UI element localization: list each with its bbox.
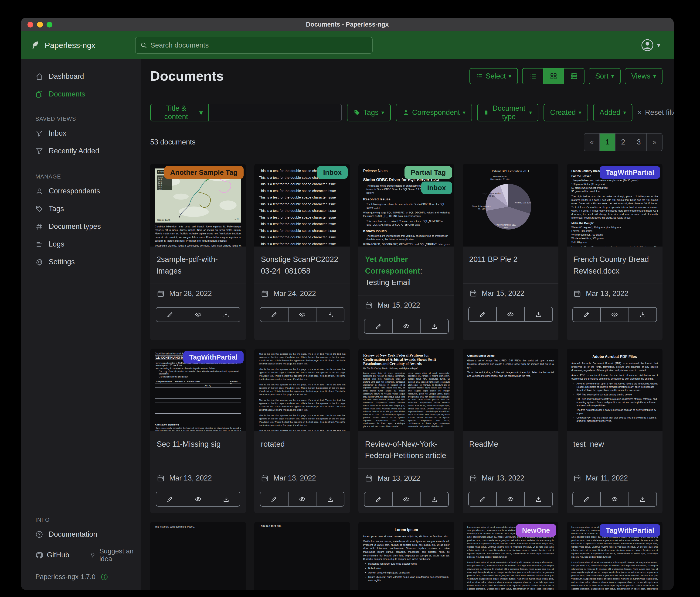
close-window-button[interactable] (27, 22, 33, 27)
document-thumbnail[interactable]: Contact Sheet DemoGiven a set of image f… (463, 349, 558, 431)
document-thumbnail[interactable]: Adobe Acrobat PDF FilesAdobe® Portable D… (567, 349, 662, 431)
download-button[interactable] (525, 307, 553, 322)
reset-filters-button[interactable]: × Reset filters (638, 109, 674, 117)
download-button[interactable] (212, 492, 240, 507)
sidebar-item-document-types[interactable]: Document types (21, 218, 141, 235)
download-button[interactable] (421, 319, 449, 334)
download-button[interactable] (629, 492, 657, 507)
brand[interactable]: Paperless-ngx (30, 40, 130, 50)
document-card[interactable]: This is the text that appears on the fir… (254, 349, 350, 514)
sidebar-item-suggest-idea[interactable]: Suggest an idea (90, 547, 134, 563)
document-card[interactable]: Lorem ipsum dolor sit amet, consectetur … (567, 522, 662, 590)
tag-badge[interactable]: Another Sample Tag (164, 166, 244, 179)
edit-button[interactable] (364, 319, 392, 334)
search-input[interactable] (150, 41, 368, 49)
sidebar-item-dashboard[interactable]: Dashboard (21, 68, 141, 85)
document-thumbnail[interactable]: This is a test file. (254, 522, 350, 590)
view-button[interactable] (184, 492, 212, 507)
document-title[interactable]: ReadMe (463, 431, 558, 468)
document-title[interactable]: 2sample-pdf-with-images (150, 246, 246, 284)
download-button[interactable] (317, 492, 344, 507)
view-button[interactable] (393, 319, 421, 334)
document-title[interactable]: Sec 11-Missing sig (150, 431, 246, 468)
tag-badge[interactable]: TagWithPartial (183, 351, 244, 363)
filter-document-type-button[interactable]: Document type▾ (477, 104, 539, 121)
document-title[interactable]: 2011 BP Pie 2 (463, 246, 558, 283)
document-card[interactable]: Patient BP Distribution 2011Normal, 150,… (463, 164, 558, 340)
document-thumbnail[interactable]: Patient BP Distribution 2011Normal, 150,… (463, 164, 558, 246)
sidebar-item-documents[interactable]: Documents (21, 85, 141, 103)
minimize-window-button[interactable] (37, 22, 43, 27)
view-button[interactable] (497, 492, 525, 507)
document-thumbnail[interactable]: Lorem ipsum dolor sit amet, consectetur … (463, 522, 558, 590)
document-card[interactable]: Adobe Acrobat PDF FilesAdobe® Portable D… (567, 349, 662, 514)
document-title[interactable]: French Country Bread Revised.docx (567, 246, 662, 284)
edit-button[interactable] (572, 492, 601, 507)
document-card[interactable]: Lorem ipsumLorem ipsum dolor sit amet, c… (358, 522, 454, 590)
pagination-page-1[interactable]: 1 (599, 134, 615, 151)
user-menu[interactable]: ▾ (641, 39, 660, 52)
view-mode-list[interactable] (523, 69, 543, 84)
global-search[interactable] (135, 37, 373, 54)
view-mode-cards[interactable] (564, 69, 584, 84)
sidebar-item-documentation[interactable]: Documentation (21, 525, 141, 543)
document-thumbnail[interactable]: This is a multi page document. Page 1. (150, 522, 246, 590)
sidebar-item-settings[interactable]: Settings (21, 253, 141, 271)
document-card[interactable]: Boundary Waters TripLegendDay 1Day 2Day … (150, 164, 246, 340)
sidebar-item-tags[interactable]: Tags (21, 200, 141, 218)
edit-button[interactable] (156, 307, 184, 322)
document-card[interactable]: This is a test file.simple txt file (254, 522, 350, 590)
filter-text-input[interactable] (209, 104, 342, 121)
edit-button[interactable] (468, 492, 497, 507)
document-thumbnail[interactable]: Lorem ipsum dolor sit amet, consectetur … (567, 522, 662, 590)
filter-added-button[interactable]: Added▾ (593, 104, 633, 121)
sort-button[interactable]: Sort▾ (589, 68, 621, 85)
tag-badge[interactable]: Partial Tag (404, 166, 452, 179)
edit-button[interactable] (364, 492, 392, 507)
filter-field-selector[interactable]: Title & content▾ (150, 104, 209, 121)
document-title[interactable]: rotated (254, 431, 350, 468)
document-title[interactable]: Sonstige ScanPC2022 03-24_081058 (254, 246, 350, 284)
document-thumbnail[interactable]: French Country BreadFor the Leaven1 heap… (567, 164, 662, 246)
tag-badge[interactable]: Inbox (317, 166, 348, 179)
sidebar-item-correspondents[interactable]: Correspondents (21, 182, 141, 200)
document-card[interactable]: Release NotesSimba ODBC Driver for SQL S… (358, 164, 454, 340)
zoom-window-button[interactable] (47, 22, 52, 27)
edit-button[interactable] (572, 307, 601, 322)
document-thumbnail[interactable]: This is a test for the double space char… (254, 164, 350, 246)
document-correspondent-link[interactable]: Yet Another Correspondent (365, 255, 420, 275)
download-button[interactable] (317, 307, 344, 322)
document-card[interactable]: This is a test for the double space char… (254, 164, 350, 340)
document-thumbnail[interactable]: This is the text that appears on the fir… (254, 349, 350, 431)
document-card[interactable]: This is a multi page document. Page 1.mu… (150, 522, 246, 590)
sidebar-item-recently-added[interactable]: Recently Added (21, 142, 141, 160)
pagination-page-2[interactable]: 2 (615, 134, 631, 151)
view-button[interactable] (601, 307, 629, 322)
info-circle-icon[interactable] (101, 573, 108, 581)
select-button[interactable]: Select▾ (470, 68, 518, 85)
filter-correspondent-button[interactable]: Correspondent▾ (396, 104, 472, 121)
view-button[interactable] (184, 307, 212, 322)
document-thumbnail[interactable]: Lorem ipsumLorem ipsum dolor sit amet, c… (358, 522, 454, 590)
document-card[interactable]: Contact Sheet DemoGiven a set of image f… (463, 349, 558, 514)
view-button[interactable] (497, 307, 525, 322)
document-title[interactable]: test_new (567, 431, 662, 468)
view-button[interactable] (289, 307, 317, 322)
sidebar-item-logs[interactable]: Logs (21, 235, 141, 253)
filter-created-button[interactable]: Created▾ (544, 104, 588, 121)
view-button[interactable] (393, 492, 421, 507)
document-card[interactable]: French Country BreadFor the Leaven1 heap… (567, 164, 662, 340)
pagination-next[interactable]: » (646, 134, 662, 151)
download-button[interactable] (212, 307, 240, 322)
document-title[interactable]: Review-of-New-York-Federal-Petitions-art… (358, 431, 454, 469)
document-card[interactable]: Review of New York Federal Petitions for… (358, 349, 454, 514)
document-title[interactable]: Yet Another Correspondent: Testing Email (358, 246, 454, 295)
pagination-page-3[interactable]: 3 (631, 134, 646, 151)
sidebar-item-inbox[interactable]: Inbox (21, 124, 141, 142)
view-button[interactable] (289, 492, 317, 507)
download-button[interactable] (421, 492, 449, 507)
edit-button[interactable] (468, 307, 497, 322)
view-button[interactable] (601, 492, 629, 507)
filter-tags-button[interactable]: Tags▾ (347, 104, 391, 121)
document-thumbnail[interactable]: Boundary Waters TripLegendDay 1Day 2Day … (150, 164, 246, 246)
